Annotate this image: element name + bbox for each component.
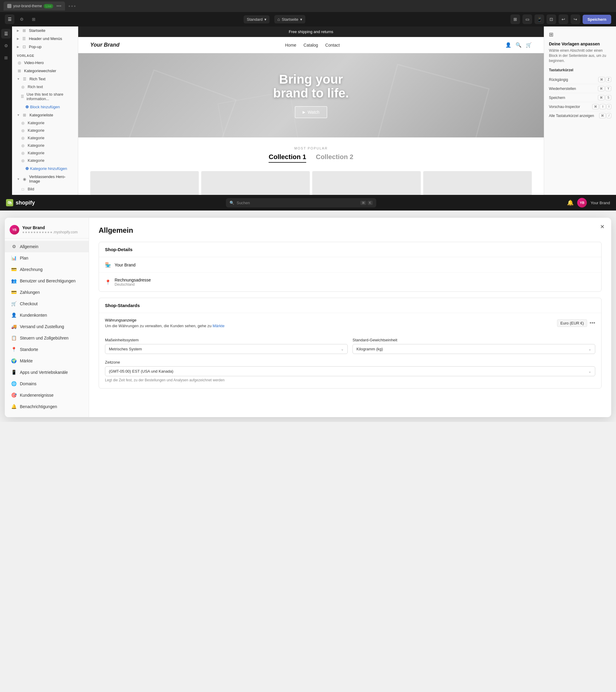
sidebar-item-header[interactable]: ▶ ☰ Header und Menüs: [12, 35, 78, 43]
sections-tab-icon[interactable]: ☰: [1, 29, 11, 39]
sidebar-item-startseite[interactable]: ▶ ⊞ Startseite: [12, 26, 78, 35]
timezone-select[interactable]: (GMT-05:00) EST (USA und Kanada) ⌄: [105, 366, 595, 376]
kategorie-item-3[interactable]: ◎Kategorie: [20, 134, 78, 142]
maerkte-link[interactable]: Märkte: [213, 324, 225, 328]
domains-icon: 🌐: [11, 381, 17, 386]
shopify-search-bar[interactable]: 🔍 Suchen ⌘ K: [226, 198, 376, 208]
settings-nav-steuern[interactable]: 📋 Steuern und Zollgebühren: [5, 332, 89, 344]
kategorie-item-5[interactable]: ◎Kategorie: [20, 149, 78, 157]
collections-tabs: Collection 1 Collection 2: [90, 153, 532, 163]
apps-icon: 📱: [11, 370, 17, 375]
save-label: Speichern: [549, 95, 565, 100]
browser-tab[interactable]: your-brand-theme Live •••: [4, 1, 65, 10]
add-kategorie-link[interactable]: ⊕ Kategorie hinzufügen: [20, 164, 78, 173]
shortcut-undo: Rückgängig ⌘Z: [549, 75, 611, 84]
undo-icon-btn[interactable]: ↩: [558, 15, 568, 24]
kategorie-item-4[interactable]: ◎Kategorie: [20, 142, 78, 149]
sections-icon-btn[interactable]: ☰: [5, 15, 15, 24]
bild-item-1[interactable]: □Bild: [20, 185, 78, 193]
settings-nav-versand[interactable]: 🚚 Versand und Zustellung: [5, 321, 89, 332]
nav-home[interactable]: Home: [285, 43, 296, 47]
add-block-link[interactable]: ⊕ Block hinzufügen: [20, 103, 78, 111]
redo-icon-btn[interactable]: ↪: [571, 15, 580, 24]
shop-name-field[interactable]: 🏪 Your Brand: [99, 257, 601, 273]
settings-nav-benachrichtigungen[interactable]: 🔔 Benachrichtigungen: [5, 401, 89, 412]
settings-nav-benutzer[interactable]: 👥 Benutzer und Berechtigungen: [5, 275, 89, 287]
collection1-tab[interactable]: Collection 1: [269, 153, 306, 163]
benutzer-icon: 👥: [11, 278, 17, 284]
k6-icon: ◎: [20, 158, 25, 163]
sidebar-sub-richtext1[interactable]: ◎ Rich text: [20, 83, 78, 90]
sidebar-sub-richtext2[interactable]: ☰ Use this text to share information...: [20, 90, 78, 103]
weight-select[interactable]: Kilogramm (kg) ⌄: [353, 344, 595, 354]
sidebar-item-verblassendes[interactable]: ▼ ◉ Verblassendes Hero-Image: [12, 173, 78, 185]
billing-label: Rechnungsadresse: [114, 278, 151, 282]
collection-images: [78, 169, 544, 195]
save-button[interactable]: Speichern: [582, 15, 611, 24]
nav-contact[interactable]: Contact: [325, 43, 340, 47]
svg-rect-2: [373, 64, 489, 137]
tab-menu-icon[interactable]: •••: [56, 3, 61, 9]
page-dropdown[interactable]: ⌂ Startseite ▾: [274, 15, 305, 23]
timezone-field: Zeitzone (GMT-05:00) EST (USA und Kanada…: [99, 360, 601, 388]
settings-icon-btn[interactable]: ⚙: [17, 15, 26, 24]
billing-address-field[interactable]: 📍 Rechnungsadresse Deutschland: [99, 273, 601, 291]
topbar-left: ☰ ⚙ ⊞: [5, 15, 39, 24]
search-icon[interactable]: 🔍: [515, 42, 522, 48]
kategorie-item-6[interactable]: ◎Kategorie: [20, 157, 78, 164]
settings-nav-apps[interactable]: 📱 Apps und Vertriebskanäle: [5, 367, 89, 378]
more-icon-btn[interactable]: ⊡: [547, 15, 556, 24]
settings-overlay: ✕ YB Your Brand ●●●●●●●●●●●.myshopify.co…: [0, 211, 616, 417]
settings-nav-kundenereignisse[interactable]: 🎯 Kundenereignisse: [5, 389, 89, 401]
kategorie-item-1[interactable]: ◎Kategorie: [20, 119, 78, 127]
sidebar-item-richtext-parent[interactable]: ▼ ☰ Rich Text: [12, 75, 78, 83]
template-dropdown[interactable]: Standard ▾: [243, 15, 270, 23]
steuern-icon: 📋: [11, 335, 17, 341]
user-avatar[interactable]: YB: [577, 198, 587, 208]
settings-nav-standorte[interactable]: 📍 Standorte: [5, 344, 89, 355]
tablet-icon-btn[interactable]: ▭: [523, 15, 532, 24]
currency-badge: Euro (EUR €): [557, 319, 587, 327]
collection2-tab[interactable]: Collection 2: [316, 153, 354, 163]
sidebar-item-videohero[interactable]: ◎ Video-Hero: [12, 59, 78, 67]
weight-label: Standard-Gewichtseinheit: [353, 338, 595, 342]
currency-more-btn[interactable]: •••: [590, 320, 595, 326]
verblassendes-chevron: ▼: [17, 177, 20, 181]
settings-tab-icon[interactable]: ⚙: [1, 41, 11, 50]
k1-label: Kategorie: [28, 121, 44, 125]
settings-nav-domains[interactable]: 🌐 Domains: [5, 378, 89, 389]
standards-grid: Maßeinheitssystem Metrisches System ⌄ St…: [99, 333, 601, 360]
mobile-icon-btn[interactable]: 📱: [534, 15, 544, 24]
cart-icon[interactable]: 🛒: [526, 42, 532, 48]
watch-button[interactable]: ▶ Watch: [295, 106, 327, 118]
notifications-icon[interactable]: 🔔: [567, 199, 574, 206]
settings-nav-zahlungen[interactable]: 💳 Zahlungen: [5, 287, 89, 298]
devices-icon-btn[interactable]: ⊞: [510, 15, 520, 24]
settings-nav-kundenkonten[interactable]: 👤 Kundenkonten: [5, 309, 89, 321]
right-panel-title: Deine Vorlagen anpassen: [549, 42, 611, 46]
sidebar-item-kategoriewechsler[interactable]: ⊞ Kategoriewechsler: [12, 67, 78, 75]
bild-item-2[interactable]: □Bild: [20, 193, 78, 195]
unit-system-select[interactable]: Metrisches System ⌄: [105, 344, 348, 354]
topbar-right: ⊞ ▭ 📱 ⊡ ↩ ↪ Speichern: [510, 15, 611, 24]
sidebar-item-popup[interactable]: ▶ ⊡ Pop-up: [12, 43, 78, 51]
live-badge: Live: [44, 4, 53, 8]
collections-section: MOST POPULAR Collection 1 Collection 2: [78, 137, 544, 169]
settings-nav-plan[interactable]: 📊 Plan: [5, 252, 89, 264]
apps-tab-icon[interactable]: ⊞: [1, 53, 11, 63]
sidebar-item-kategorieliste[interactable]: ▼ ⊞ Kategorieliste: [12, 111, 78, 119]
account-icon[interactable]: 👤: [505, 42, 511, 48]
standorte-label: Standorte: [20, 347, 38, 352]
hero-title: Bring your brand to life.: [273, 72, 349, 100]
settings-nav-checkout[interactable]: 🛒 Checkout: [5, 298, 89, 309]
modal-close-button[interactable]: ✕: [598, 222, 607, 231]
kategorie-item-2[interactable]: ◎Kategorie: [20, 127, 78, 134]
abrechnung-icon: 💳: [11, 267, 17, 272]
redo-label: Wiederherstellen: [549, 87, 576, 91]
add-block-label: Block hinzufügen: [30, 105, 60, 109]
settings-nav-abrechnung[interactable]: 💳 Abrechnung: [5, 264, 89, 275]
nav-catalog[interactable]: Catalog: [303, 43, 318, 47]
settings-nav-maerkte[interactable]: 🌍 Märkte: [5, 355, 89, 367]
apps-icon-btn[interactable]: ⊞: [29, 15, 39, 24]
settings-nav-allgemein[interactable]: ⚙ Allgemein: [5, 241, 89, 252]
